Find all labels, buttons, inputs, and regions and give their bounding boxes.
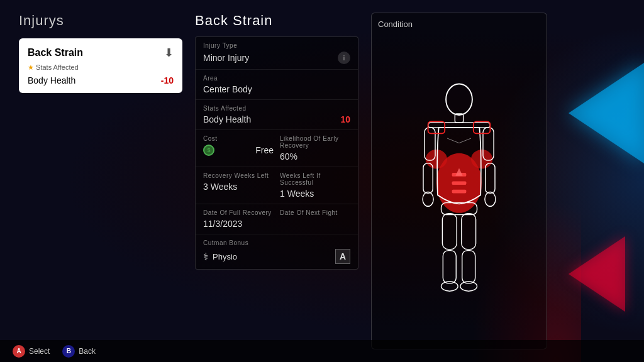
grade-badge: A	[335, 249, 350, 264]
weeks-successful-col: Weeks Left If Successful 1 Weeks	[280, 172, 350, 199]
next-fight-col: Date Of Next Fight	[280, 209, 350, 229]
svg-point-15	[485, 192, 496, 207]
physio-icon: ⚕ Physio	[203, 251, 237, 263]
svg-rect-4	[452, 181, 467, 185]
physio-symbol: ⚕	[203, 251, 209, 263]
details-heading: Back Strain	[195, 13, 358, 29]
injury-type-value-row: Minor Injury i	[203, 52, 350, 64]
cost-likelihood-row: Cost $ Free Likelihood Of Early Recovery…	[196, 130, 358, 167]
injury-card-body-health: Body Health -10	[28, 75, 174, 85]
likelihood-label: Likelihood Of Early Recovery	[280, 135, 350, 149]
details-box: Injury Type Minor Injury i Area Center B…	[195, 36, 358, 270]
svg-point-14	[423, 192, 433, 207]
stats-affected-label: Stats Affected	[203, 105, 350, 112]
svg-point-1	[426, 150, 447, 168]
cost-likelihood-cols: Cost $ Free Likelihood Of Early Recovery…	[203, 135, 350, 162]
recovery-cols: Recovery Weeks Left 3 Weeks Weeks Left I…	[203, 172, 350, 199]
cutman-row: Cutman Bonus ⚕ Physio A	[196, 234, 358, 269]
injury-card[interactable]: Back Strain ⬇ ★ Stats Affected Body Heal…	[19, 38, 182, 93]
recovery-weeks-col: Recovery Weeks Left 3 Weeks	[203, 172, 274, 199]
injury-card-title: Back Strain	[28, 47, 83, 58]
main-layout: Injurys Back Strain ⬇ ★ Stats Affected B…	[0, 0, 644, 362]
physio-row: ⚕ Physio A	[203, 249, 350, 264]
stats-affected-value: Body Health 10	[203, 114, 350, 124]
cutman-label: Cutman Bonus	[203, 239, 350, 246]
weeks-successful-value: 1 Weeks	[280, 189, 350, 199]
full-recovery-value: 11/3/2023	[203, 219, 274, 229]
back-button[interactable]: B Back	[62, 345, 96, 358]
recovery-weeks-label: Recovery Weeks Left	[203, 172, 274, 179]
condition-title: Condition	[378, 19, 540, 29]
svg-rect-18	[462, 214, 476, 250]
select-label: Select	[29, 347, 50, 356]
injury-card-arrow-icon: ⬇	[164, 46, 174, 60]
injury-type-row: Injury Type Minor Injury i	[196, 37, 358, 70]
a-button-icon: A	[13, 345, 25, 358]
injury-type-value: Minor Injury	[203, 53, 249, 63]
dates-cols: Date Of Full Recovery 11/3/2023 Date Of …	[203, 209, 350, 229]
svg-line-26	[459, 138, 471, 143]
likelihood-col: Likelihood Of Early Recovery 60%	[280, 135, 350, 162]
likelihood-value: 60%	[280, 151, 350, 162]
b-button-icon: B	[62, 345, 75, 358]
physio-label: Physio	[213, 252, 237, 261]
svg-rect-13	[486, 163, 495, 194]
recovery-row: Recovery Weeks Left 3 Weeks Weeks Left I…	[196, 167, 358, 204]
injuries-panel: Injurys Back Strain ⬇ ★ Stats Affected B…	[19, 13, 182, 349]
area-value: Center Body	[203, 84, 350, 94]
body-figure	[378, 34, 540, 338]
injury-card-stats: ★ Stats Affected	[28, 63, 174, 72]
svg-rect-12	[423, 163, 433, 194]
svg-rect-20	[462, 251, 475, 283]
cost-label: Cost	[203, 135, 274, 142]
svg-line-25	[447, 138, 459, 143]
free-icon: $	[203, 145, 214, 156]
svg-rect-17	[442, 214, 457, 250]
injury-type-label: Injury Type	[203, 42, 350, 49]
cost-col: Cost $ Free	[203, 135, 274, 162]
full-recovery-col: Date Of Full Recovery 11/3/2023	[203, 209, 274, 229]
stats-affected-row: Stats Affected Body Health 10	[196, 100, 358, 130]
select-button[interactable]: A Select	[13, 345, 50, 358]
injury-card-header: Back Strain ⬇	[28, 46, 174, 60]
svg-rect-9	[428, 123, 491, 128]
details-panel: Back Strain Injury Type Minor Injury i A…	[195, 13, 358, 349]
back-label: Back	[79, 347, 96, 356]
condition-panel: Condition	[371, 13, 547, 349]
svg-rect-19	[443, 251, 456, 283]
weeks-successful-label: Weeks Left If Successful	[280, 172, 350, 186]
svg-point-2	[471, 150, 492, 168]
bottom-bar: A Select B Back	[0, 340, 644, 362]
body-svg	[409, 67, 509, 305]
cost-value: $ Free	[203, 145, 274, 156]
star-icon: ★	[28, 63, 34, 71]
area-row: Area Center Body	[196, 70, 358, 100]
injuries-heading: Injurys	[19, 13, 182, 29]
stats-neg-value: 10	[340, 114, 350, 124]
dates-row: Date Of Full Recovery 11/3/2023 Date Of …	[196, 204, 358, 234]
next-fight-label: Date Of Next Fight	[280, 209, 350, 216]
info-icon[interactable]: i	[338, 52, 350, 64]
svg-point-7	[446, 84, 472, 115]
full-recovery-label: Date Of Full Recovery	[203, 209, 274, 216]
body-health-value: -10	[161, 75, 174, 85]
area-label: Area	[203, 75, 350, 82]
recovery-weeks-value: 3 Weeks	[203, 182, 274, 192]
svg-rect-5	[452, 190, 467, 194]
